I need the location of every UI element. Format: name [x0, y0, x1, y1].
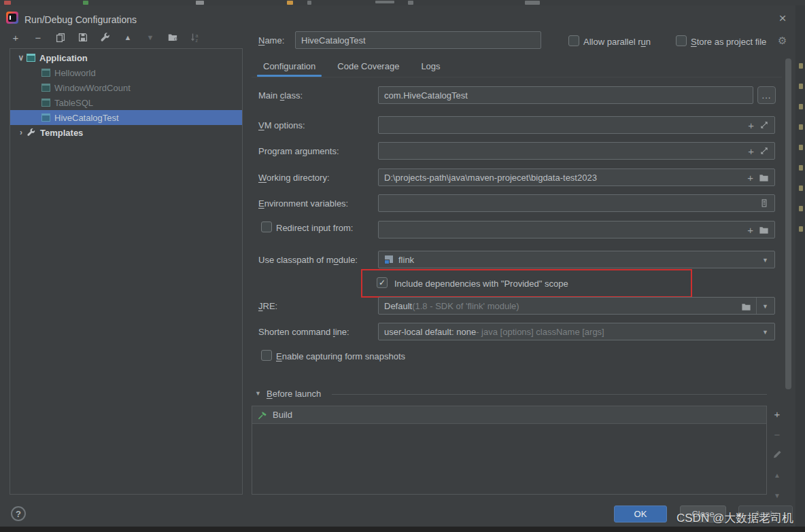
add-icon[interactable]: + [748, 120, 754, 130]
tree-node-tablesql[interactable]: TableSQL [10, 95, 242, 110]
module-icon [384, 255, 394, 264]
tree-node-windowwordcount[interactable]: WindowWordCount [10, 80, 242, 95]
move-down-icon[interactable]: ▼ [144, 31, 156, 43]
program-arguments-label: Program arguments: [258, 146, 339, 156]
allow-parallel-run-checkbox[interactable] [568, 35, 579, 46]
add-icon[interactable]: + [747, 173, 753, 183]
browse-list-icon[interactable] [759, 198, 769, 208]
move-task-down-icon[interactable]: ▼ [771, 489, 783, 501]
application-icon [41, 69, 50, 77]
ok-button[interactable]: OK [614, 506, 667, 522]
run-debug-configurations-dialog: Run/Debug Configurations × + − ▲ ▼ az ∨ … [0, 5, 795, 527]
before-launch-label: Before launch [267, 389, 321, 399]
folder-icon[interactable] [759, 225, 769, 235]
configurations-tree: ∨ Application Helloworld WindowWordCount… [10, 48, 243, 495]
program-arguments-input[interactable]: + [378, 142, 775, 160]
jre-combobox[interactable]: Default (1.8 - SDK of 'flink' module) ▼ [378, 297, 775, 315]
main-class-label: Main class: [258, 90, 303, 101]
form-snapshots-checkbox[interactable] [261, 350, 272, 361]
save-configuration-icon[interactable] [77, 31, 89, 43]
store-as-project-file-checkbox[interactable] [676, 35, 687, 46]
chevron-right-icon[interactable]: › [16, 128, 27, 137]
templates-wrench-icon [27, 128, 36, 137]
name-label: Name: [258, 35, 284, 46]
tree-node-templates[interactable]: › Templates [10, 125, 242, 140]
shorten-command-line-combobox[interactable]: user-local default: none - java [options… [378, 323, 775, 340]
remove-configuration-icon[interactable]: − [32, 31, 44, 43]
working-directory-input[interactable]: D:\projects-path\java\maven-projecet\big… [378, 169, 775, 186]
store-settings-gear-icon[interactable]: ⚙ [778, 35, 787, 47]
add-configuration-icon[interactable]: + [10, 31, 22, 43]
move-task-up-icon[interactable]: ▲ [771, 469, 783, 481]
move-up-icon[interactable]: ▲ [122, 31, 134, 43]
tab-logs[interactable]: Logs [415, 58, 446, 77]
copy-configuration-icon[interactable] [54, 31, 67, 43]
redirect-input-label: Redirect input from: [276, 223, 353, 233]
expand-icon[interactable] [759, 120, 769, 130]
before-launch-divider [332, 394, 767, 395]
tree-node-application[interactable]: ∨ Application [10, 50, 242, 65]
form-snapshots-label: Enable capturing form snapshots [276, 351, 405, 361]
redirect-input-checkbox[interactable] [261, 221, 272, 232]
chevron-down-icon[interactable]: ∨ [16, 53, 27, 63]
expand-icon[interactable] [759, 146, 769, 156]
tree-node-label: TableSQL [54, 98, 93, 108]
tree-node-label: HiveCatalogTest [54, 113, 119, 123]
edit-templates-wrench-icon[interactable] [99, 31, 112, 43]
new-folder-icon[interactable] [167, 31, 179, 43]
tree-node-hivecatalogtest-selected[interactable]: HiveCatalogTest [10, 110, 242, 125]
vm-options-input[interactable]: + [378, 116, 775, 134]
shorten-value: user-local default: none [384, 327, 476, 337]
add-task-icon[interactable]: + [771, 408, 783, 420]
task-list-toolbar: + − ▲ ▼ [771, 408, 783, 501]
working-directory-value: D:\projects-path\java\maven-projecet\big… [384, 173, 597, 183]
classpath-module-combobox[interactable]: flink ▼ [378, 251, 775, 268]
section-collapse-icon[interactable]: ▼ [255, 390, 261, 397]
provided-scope-checkbox[interactable]: ✓ [377, 277, 388, 288]
tab-bar: Configuration Code Coverage Logs [257, 58, 456, 77]
environment-variables-label: Environment variables: [258, 198, 348, 209]
shorten-command-line-label: Shorten command line: [258, 327, 349, 337]
tab-separator [252, 77, 782, 77]
environment-variables-input[interactable] [378, 194, 775, 212]
tree-node-label: WindowWordCount [54, 83, 131, 93]
folder-icon[interactable] [759, 173, 769, 183]
jre-hint: (1.8 - SDK of 'flink' module) [412, 301, 519, 311]
store-as-project-file-label: Store as project file [691, 37, 766, 47]
chevron-down-icon[interactable]: ▼ [762, 304, 768, 310]
edit-task-pencil-icon[interactable] [771, 448, 783, 461]
help-icon[interactable]: ? [11, 506, 26, 521]
jre-label: JRE: [258, 301, 277, 311]
main-class-value: com.HiveCatalogTest [384, 90, 468, 101]
provided-scope-label: Include dependencies with "Provided" sco… [394, 279, 568, 289]
configurations-toolbar: + − ▲ ▼ az [10, 30, 201, 45]
tree-node-label: Application [39, 53, 88, 63]
close-icon[interactable]: × [775, 11, 790, 26]
chevron-down-icon[interactable]: ▼ [762, 258, 768, 264]
add-icon[interactable]: + [747, 225, 753, 235]
shorten-hint: - java [options] className [args] [476, 327, 604, 337]
main-class-input[interactable]: com.HiveCatalogTest [378, 86, 753, 104]
tree-node-label: Helloworld [54, 68, 96, 78]
tree-node-helloworld[interactable]: Helloworld [10, 65, 242, 80]
classpath-module-value: flink [398, 255, 414, 265]
folder-icon[interactable] [741, 302, 751, 312]
tab-configuration[interactable]: Configuration [257, 58, 322, 77]
tree-node-label: Templates [40, 128, 83, 138]
chevron-down-icon[interactable]: ▼ [762, 330, 768, 336]
watermark-text: CSDN @大数据老司机 [676, 510, 793, 526]
hammer-icon [258, 410, 267, 420]
name-input[interactable]: HiveCatalogTest [295, 31, 541, 49]
application-icon [41, 84, 50, 92]
before-launch-task-list: Build [252, 406, 767, 495]
add-icon[interactable]: + [748, 146, 754, 156]
name-value: HiveCatalogTest [301, 35, 366, 46]
remove-task-icon[interactable]: − [771, 428, 783, 440]
redirect-input-field[interactable]: + [378, 221, 775, 238]
main-class-browse-button[interactable]: ... [757, 86, 776, 104]
build-task-row[interactable]: Build [252, 406, 766, 424]
vertical-scrollbar[interactable] [785, 58, 791, 389]
tab-code-coverage[interactable]: Code Coverage [331, 58, 405, 77]
jre-value: Default [384, 301, 412, 311]
sort-configurations-icon[interactable]: az [189, 31, 201, 43]
